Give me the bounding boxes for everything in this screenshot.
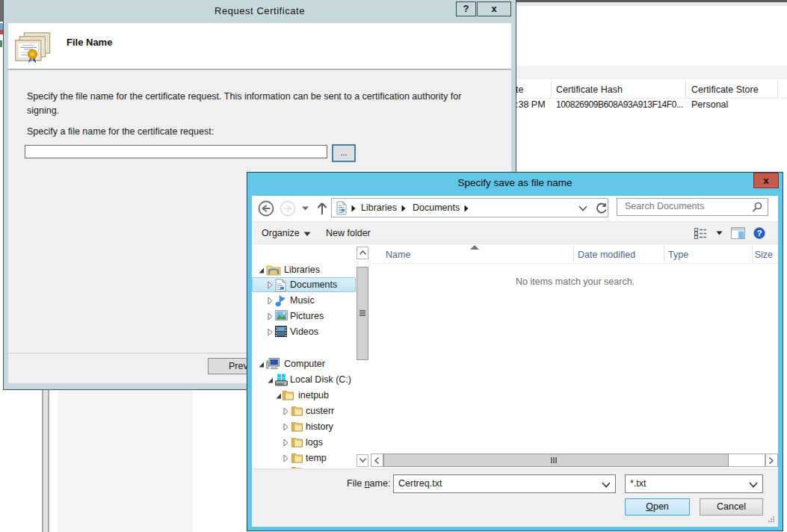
svg-text:?: ? bbox=[757, 229, 762, 238]
